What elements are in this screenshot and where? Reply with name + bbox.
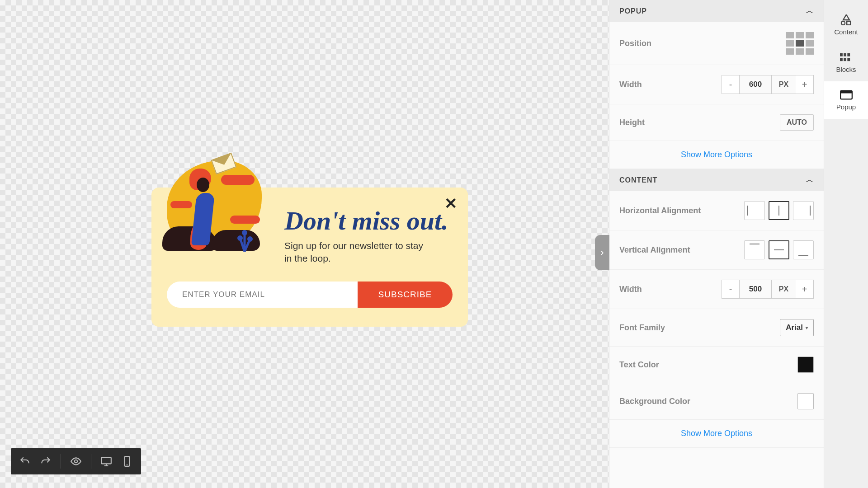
halign-right[interactable]	[793, 201, 814, 220]
section-header-popup[interactable]: POPUP ︿	[609, 0, 824, 22]
canvas[interactable]: ✕ Don't miss out. Sign up for our newsle…	[0, 0, 609, 488]
label-font: Font Family	[619, 323, 665, 333]
row-popup-width: Width - 600 PX +	[609, 65, 824, 104]
text-color-swatch[interactable]	[797, 357, 814, 373]
bg-color-swatch[interactable]	[797, 393, 814, 409]
valign-bottom[interactable]	[793, 240, 814, 259]
mobile-view-button[interactable]	[121, 455, 133, 467]
section-title: CONTENT	[619, 176, 657, 184]
section-header-content[interactable]: CONTENT ︿	[609, 169, 824, 191]
svg-point-2	[247, 236, 253, 242]
halign-group	[744, 201, 814, 220]
properties-panel: POPUP ︿ Position Width - 600 PX + Height…	[609, 0, 824, 488]
width-unit[interactable]: PX	[771, 75, 796, 94]
label-width: Width	[619, 80, 642, 89]
row-text-color: Text Color	[609, 347, 824, 383]
content-width-stepper[interactable]: - 500 PX +	[722, 280, 814, 299]
decrement-button[interactable]: -	[722, 280, 740, 299]
chevron-up-icon[interactable]: ︿	[806, 6, 814, 16]
email-input[interactable]	[167, 282, 358, 308]
show-more-popup[interactable]: Show More Options	[609, 141, 824, 169]
desktop-view-button[interactable]	[100, 455, 112, 467]
row-font-family: Font Family Arial ▾	[609, 309, 824, 347]
svg-rect-4	[101, 457, 111, 464]
chevron-up-icon[interactable]: ︿	[806, 175, 814, 185]
svg-point-1	[242, 230, 247, 235]
font-family-select[interactable]: Arial ▾	[780, 319, 814, 336]
decrement-button[interactable]: -	[722, 75, 740, 94]
row-bg-color: Background Color	[609, 383, 824, 420]
increment-button[interactable]: +	[796, 280, 814, 299]
panel-collapse-handle[interactable]: ›	[595, 235, 609, 270]
row-valign: Vertical Alignment	[609, 230, 824, 270]
increment-button[interactable]: +	[796, 75, 814, 94]
label-text-color: Text Color	[619, 360, 659, 370]
svg-rect-15	[847, 58, 850, 61]
label-halign: Horizontal Alignment	[619, 206, 701, 216]
row-popup-height: Height AUTO	[609, 104, 824, 141]
tab-content[interactable]: Content	[824, 6, 868, 44]
svg-rect-11	[844, 53, 846, 56]
tab-popup[interactable]: Popup	[824, 81, 868, 119]
valign-middle[interactable]	[769, 240, 789, 259]
subscribe-button[interactable]: SUBSCRIBE	[358, 282, 453, 308]
popup-width-stepper[interactable]: - 600 PX +	[722, 75, 814, 94]
shapes-icon	[840, 14, 853, 25]
height-value[interactable]: AUTO	[780, 114, 814, 131]
label-bg-color: Background Color	[619, 397, 690, 406]
row-content-width: Width - 500 PX +	[609, 270, 824, 309]
valign-group	[744, 240, 814, 259]
svg-rect-13	[840, 58, 843, 61]
label-height: Height	[619, 118, 645, 127]
svg-marker-7	[843, 14, 849, 20]
preview-button[interactable]	[70, 455, 82, 467]
svg-rect-17	[840, 91, 852, 94]
chevron-right-icon: ›	[600, 247, 604, 258]
halign-left[interactable]	[744, 201, 765, 220]
caret-down-icon: ▾	[806, 325, 808, 330]
valign-top[interactable]	[744, 240, 765, 259]
popup-subtitle: Sign up for our newsletter to stay in th…	[284, 239, 429, 265]
redo-button[interactable]	[40, 455, 52, 467]
svg-rect-9	[847, 21, 850, 25]
svg-point-3	[75, 460, 78, 463]
halign-center[interactable]	[769, 201, 789, 220]
close-icon[interactable]: ✕	[444, 196, 457, 211]
svg-point-8	[841, 21, 844, 25]
popup-illustration	[162, 142, 266, 264]
show-more-content[interactable]: Show More Options	[609, 420, 824, 448]
width-unit[interactable]: PX	[771, 280, 796, 299]
bottom-toolbar	[11, 448, 141, 474]
svg-point-0	[237, 235, 243, 241]
row-position: Position	[609, 22, 824, 65]
label-width: Width	[619, 285, 642, 294]
undo-button[interactable]	[19, 455, 31, 467]
popup-title: Don't miss out.	[284, 206, 453, 236]
width-value[interactable]: 600	[740, 75, 771, 94]
tab-rail: Content Blocks Popup	[824, 0, 868, 488]
grid-icon	[840, 52, 853, 63]
tab-blocks[interactable]: Blocks	[824, 44, 868, 81]
position-grid[interactable]	[786, 32, 814, 55]
section-title: POPUP	[619, 7, 647, 15]
width-value[interactable]: 500	[740, 280, 771, 299]
label-position: Position	[619, 39, 651, 48]
popup-card[interactable]: ✕ Don't miss out. Sign up for our newsle…	[151, 188, 468, 327]
row-halign: Horizontal Alignment	[609, 191, 824, 230]
label-valign: Vertical Alignment	[619, 245, 690, 255]
popup-icon	[840, 89, 853, 100]
svg-rect-12	[847, 53, 850, 56]
svg-rect-14	[844, 58, 846, 61]
svg-rect-10	[840, 53, 843, 56]
